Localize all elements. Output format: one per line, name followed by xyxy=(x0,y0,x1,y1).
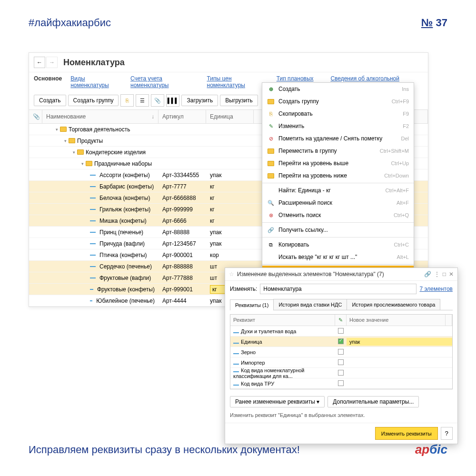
menu-icon: ✎ xyxy=(267,122,275,130)
item-icon xyxy=(90,220,96,221)
edit-dialog: ☆ Изменение выделенных элементов "Номенк… xyxy=(225,268,458,444)
col-attach: 📎 xyxy=(29,110,42,123)
item-icon xyxy=(90,300,92,301)
menu-item[interactable]: ⎘СкопироватьF9 xyxy=(262,108,414,120)
unload-button[interactable]: Выгрузить xyxy=(220,95,258,106)
item-icon xyxy=(90,243,96,244)
menu-icon: ⎘ xyxy=(267,110,275,118)
copy-icon-button[interactable]: ⎘ xyxy=(120,94,134,107)
menu-icon xyxy=(267,253,275,261)
item-icon xyxy=(90,255,96,256)
dialog-tab[interactable]: История вида ставки НДС xyxy=(273,299,347,310)
dialog-grid-row[interactable]: Зерно xyxy=(230,347,452,357)
menu-item[interactable]: Искать везде "кг кг кг кг шт ..."Alt+L xyxy=(262,251,414,263)
item-icon xyxy=(90,266,96,267)
dialog-grid: Реквизит ✎ Новое значение Духи и туалетн… xyxy=(230,314,453,389)
dlg-col-check: ✎ xyxy=(335,315,347,326)
col-unit[interactable]: Единица xyxy=(206,110,254,123)
help-button[interactable]: ? xyxy=(441,427,453,440)
menu-item[interactable]: ⊗Отменить поискCtrl+Q xyxy=(262,209,414,221)
menu-item[interactable]: Переместить в группуCtrl+Shift+M xyxy=(262,145,414,157)
menu-icon: ⊗ xyxy=(267,211,275,219)
attach-icon-button[interactable]: 📎 xyxy=(151,94,164,107)
dlg-col-val: Новое значение xyxy=(347,315,446,326)
folder-icon xyxy=(86,161,92,166)
dialog-hint: Изменить реквизит "Единица" в выбранных … xyxy=(225,410,457,423)
checkbox[interactable] xyxy=(338,328,344,334)
star-icon[interactable]: ☆ xyxy=(229,271,234,278)
item-icon xyxy=(90,175,96,176)
dialog-tab[interactable]: История прослеживаемого товара xyxy=(347,299,440,310)
prev-changed-button[interactable]: Ранее измененные реквизиты ▾ xyxy=(230,396,325,407)
menu-item[interactable]: ✎ИзменитьF2 xyxy=(262,120,414,132)
item-icon xyxy=(90,289,93,290)
menu-icon xyxy=(267,147,275,155)
more-icon[interactable]: ⋮ xyxy=(434,271,440,278)
hashtag: #лайфхакиарбис xyxy=(29,17,111,29)
menu-item[interactable]: 🔍Расширенный поискAlt+F xyxy=(262,197,414,209)
load-button[interactable]: Загрузить xyxy=(181,95,218,106)
elements-link[interactable]: 7 элементов xyxy=(419,286,453,292)
item-icon xyxy=(90,209,96,210)
back-button[interactable]: ← xyxy=(34,57,45,68)
menu-item[interactable]: Найти: Единица - кгCtrl+Alt+F xyxy=(262,184,414,197)
window-title: Номенклатура xyxy=(63,58,125,68)
checkbox[interactable] xyxy=(338,338,344,344)
logo: арбіс xyxy=(415,442,447,457)
dialog-grid-row[interactable]: Код вида номенклатурной классификации дл… xyxy=(230,368,452,378)
folder-icon xyxy=(60,127,67,132)
create-group-button[interactable]: Создать группу xyxy=(68,95,119,106)
checkbox[interactable] xyxy=(338,359,344,365)
menu-icon xyxy=(267,159,275,167)
window-tab[interactable]: Типы цен номенклатуры xyxy=(207,75,268,89)
extra-params-button[interactable]: Дополнительные параметры... xyxy=(327,396,419,407)
list-icon-button[interactable]: ☰ xyxy=(136,94,149,107)
menu-item[interactable]: 🔗Получить ссылку... xyxy=(262,224,414,236)
menu-item[interactable]: ⧉КопироватьCtrl+C xyxy=(262,238,414,251)
menu-icon xyxy=(267,187,275,194)
dialog-tab[interactable]: Реквизиты (1) xyxy=(230,299,274,310)
window-tab[interactable]: Основное xyxy=(34,75,62,89)
change-label: Изменять: xyxy=(230,286,257,292)
page-number: № 37 xyxy=(421,17,447,29)
checkbox[interactable] xyxy=(338,370,344,376)
footer-text: Исправляем реквизиты сразу в нескольких … xyxy=(29,444,300,456)
menu-icon: ⊘ xyxy=(267,135,275,142)
menu-icon xyxy=(267,98,275,105)
dialog-grid-row[interactable]: Код вида ТРУ xyxy=(230,378,452,389)
menu-icon xyxy=(267,172,275,179)
folder-icon xyxy=(77,149,84,155)
forward-button[interactable]: → xyxy=(46,57,58,68)
link-icon[interactable]: 🔗 xyxy=(424,271,431,278)
submit-button[interactable]: Изменить реквизиты xyxy=(375,427,438,440)
menu-icon: 🔍 xyxy=(267,199,275,207)
window-tab[interactable]: Счета учета номенклатуры xyxy=(130,75,198,89)
menu-item[interactable]: Перейти на уровень вышеCtrl+Up xyxy=(262,157,414,169)
barcode-icon-button[interactable]: ▌▌▌ xyxy=(166,94,179,107)
close-icon[interactable]: ✕ xyxy=(449,271,454,278)
dialog-grid-row[interactable]: Духи и туалетная вода xyxy=(230,326,452,337)
folder-icon xyxy=(69,138,75,143)
window-tab[interactable]: Виды номенклатуры xyxy=(70,75,122,89)
item-icon xyxy=(90,198,96,198)
checkbox[interactable] xyxy=(338,349,344,355)
checkbox[interactable] xyxy=(338,380,344,386)
create-button[interactable]: Создать xyxy=(34,95,66,106)
menu-item[interactable]: ⊘Пометить на удаление / Снять пометкуDel xyxy=(262,132,414,145)
dialog-grid-row[interactable]: Единицаупак xyxy=(230,337,452,347)
menu-icon: 🔗 xyxy=(267,226,275,234)
maximize-icon[interactable]: □ xyxy=(443,271,446,278)
dialog-title: Изменение выделенных элементов "Номенкла… xyxy=(237,271,424,278)
col-name[interactable]: Наименование↓ xyxy=(42,110,159,123)
menu-item[interactable]: Создать группуCtrl+F9 xyxy=(262,95,414,108)
menu-item[interactable]: ⊕СоздатьIns xyxy=(262,83,414,95)
dlg-col-req: Реквизит xyxy=(230,315,335,326)
col-article[interactable]: Артикул xyxy=(159,110,206,123)
context-menu: ⊕СоздатьInsСоздать группуCtrl+F9⎘Скопиро… xyxy=(262,82,414,278)
menu-icon: ⧉ xyxy=(267,241,275,248)
menu-icon: ⊕ xyxy=(267,85,275,93)
item-icon xyxy=(90,278,96,278)
item-icon xyxy=(90,232,96,233)
menu-item[interactable]: Перейти на уровень нижеCtrl+Down xyxy=(262,169,414,182)
change-input[interactable]: Номенклатура xyxy=(260,284,416,294)
